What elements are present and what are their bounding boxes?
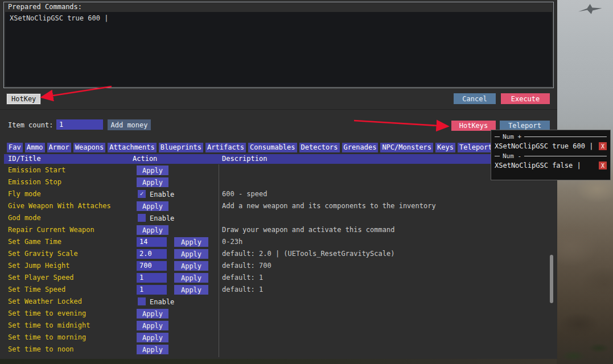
table-row: Set Gravity Scale2.0Applydefault: 2.0 | … [4,248,553,260]
hotkey-button[interactable]: HotKey [7,94,40,104]
execute-button[interactable]: Execute [501,93,550,104]
tab-keys[interactable]: Keys [435,143,455,152]
apply-button[interactable]: Apply [137,309,168,318]
apply-button[interactable]: Apply [137,333,168,342]
row-title: Repair Current Weapon [8,226,94,234]
row-description: default: 1 [222,286,263,293]
row-title: Set Game Time [8,238,61,246]
tab-detectors[interactable]: Detectors [299,143,340,152]
tab-consumables[interactable]: Consumables [248,143,297,152]
hotkey-command: XSetNoClipGSC true 600 | [495,142,595,150]
value-input[interactable]: 700 [137,261,167,271]
tab-artifacts[interactable]: Artifacts [205,143,246,152]
apply-button[interactable]: Apply [137,321,168,330]
hotkey-separator: Num - [495,152,607,160]
row-title: Set Player Speed [8,274,74,282]
apply-button[interactable]: Apply [137,177,168,187]
row-action: Apply [133,225,221,235]
checkbox-label: Enable [150,191,174,198]
item-count-input[interactable] [56,119,103,130]
tab-blueprints[interactable]: Blueprints [159,143,203,152]
row-action: 14Apply [133,237,221,247]
hotkey-name: Num + [503,133,521,140]
header-id-title: ID/Title [8,155,41,163]
row-description: default: 700 [222,262,271,270]
apply-button[interactable]: Apply [174,249,208,259]
tab-weapons[interactable]: Weapons [73,143,106,152]
row-title: Set Gravity Scale [8,250,78,258]
table-row: Set Time Speed1Applydefault: 1 [4,284,553,296]
tab-fav[interactable]: Fav [7,143,23,152]
tab-bar: FavAmmoArmorWeaponsAttachmentsBlueprints… [7,143,494,152]
value-input[interactable]: 1 [137,273,167,283]
value-input[interactable]: 2.0 [137,249,167,259]
hotkeys-button[interactable]: HotKeys [451,121,496,131]
table-row: Repair Current WeaponApplyDraw your weap… [4,224,553,236]
table-row: Set time to morningApply [4,332,553,344]
table-row: Set time to noonApply [4,344,553,355]
command-table-body: Emission StartApplyEmission StopApplyFly… [4,164,553,355]
prepared-commands-input[interactable]: XSetNoClipGSC true 600 | [5,12,552,86]
row-description: default: 2.0 | (UETools_ResetGravityScal… [222,250,394,258]
section-divider [0,109,557,110]
row-action: Apply [133,177,221,188]
row-action: Apply [133,332,221,343]
enable-checkbox[interactable]: ✓ [138,190,146,198]
remove-hotkey-button[interactable]: X [599,142,607,150]
tab-attachments[interactable]: Attachments [108,143,156,152]
row-title: Emission Start [8,166,65,174]
rocky-cliff [557,165,613,364]
prepared-commands-panel: Prepared Commands: XSetNoClipGSC true 60… [3,2,554,88]
value-input[interactable]: 14 [137,237,167,247]
item-count-label: Item count: [8,121,53,129]
enable-checkbox[interactable] [138,297,146,305]
table-row: Fly mode✓Enable600 - speed [4,188,553,200]
table-row: Give Weapon With AttachesApplyAdd a new … [4,200,553,212]
tab-grenades[interactable]: Grenades [342,143,379,152]
prepared-commands-title: Prepared Commands: [8,3,82,11]
cancel-button[interactable]: Cancel [454,93,496,104]
tab-teleport[interactable]: Teleport [458,143,494,152]
tab-npc-monsters[interactable]: NPC/Monsters [380,143,433,152]
apply-button[interactable]: Apply [174,273,208,283]
column-divider [219,164,219,357]
apply-button[interactable]: Apply [137,225,168,235]
tab-armor[interactable]: Armor [47,143,71,152]
table-row: God modeEnable [4,212,553,224]
row-action: Enable [133,213,221,224]
table-header: ID/Title Action Description [4,154,553,164]
row-title: Set Weather Locked [8,297,82,305]
apply-button[interactable]: Apply [137,201,168,211]
checkbox-label: Enable [150,298,174,306]
hotkey-separator: Num + [495,133,607,140]
row-action: 2.0Apply [133,249,221,259]
enable-checkbox[interactable] [138,214,146,222]
hotkeys-popup: Num +XSetNoClipGSC true 600 |XNum -XSetN… [491,130,611,180]
tab-ammo[interactable]: Ammo [25,143,45,152]
add-money-button[interactable]: Add money [108,119,151,130]
apply-button[interactable]: Apply [174,285,208,295]
table-row: Set Player Speed1Applydefault: 1 [4,272,553,284]
terrain-bottom-strip [0,358,557,364]
apply-button[interactable]: Apply [174,237,208,247]
row-title: Give Weapon With Attaches [8,202,111,210]
table-row: Set time to eveningApply [4,308,553,320]
row-description: Add a new weapon and its components to t… [222,202,436,210]
row-description: Draw your weapon and activate this comma… [222,226,394,234]
apply-button[interactable]: Apply [137,345,168,354]
table-row: Set Jump Height700Applydefault: 700 [4,260,553,272]
row-title: Set Jump Height [8,262,69,270]
value-input[interactable]: 1 [137,285,167,295]
hotkey-name: Num - [503,152,521,160]
row-title: Fly mode [8,190,41,198]
row-description: 600 - speed [222,190,267,198]
apply-button[interactable]: Apply [174,261,208,271]
apply-button[interactable]: Apply [137,166,168,175]
row-action: 700Apply [133,260,221,271]
row-description: 0-23h [222,238,242,246]
row-action: Apply [133,201,221,212]
row-action: 1Apply [133,272,221,283]
table-scrollbar[interactable] [550,255,553,303]
row-action: 1Apply [133,284,221,295]
remove-hotkey-button[interactable]: X [599,162,607,169]
